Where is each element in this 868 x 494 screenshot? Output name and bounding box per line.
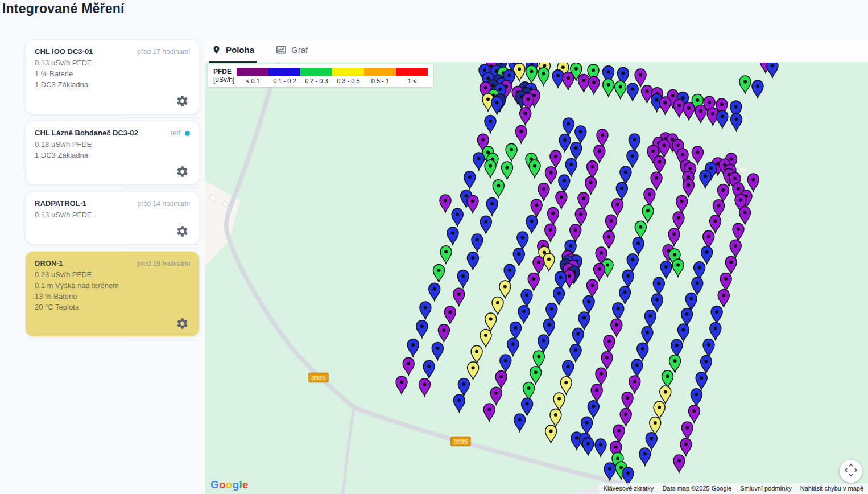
map-pin[interactable] <box>563 118 574 135</box>
map-pin[interactable] <box>752 80 763 98</box>
settings-button[interactable] <box>35 220 190 239</box>
map-pin[interactable] <box>572 328 584 345</box>
map-pin[interactable] <box>491 97 503 114</box>
map-pin[interactable] <box>701 246 713 264</box>
map-pin[interactable] <box>538 68 549 85</box>
map-pin[interactable] <box>528 273 539 290</box>
map-pin[interactable] <box>603 79 614 96</box>
map-pin[interactable] <box>452 208 463 226</box>
map-pin[interactable] <box>473 153 485 170</box>
map-pin[interactable] <box>499 281 511 298</box>
map-pin[interactable] <box>611 319 622 336</box>
google-logo[interactable]: Google <box>210 479 249 491</box>
map-pin[interactable] <box>622 392 633 410</box>
map-pin[interactable] <box>627 254 638 271</box>
map-pin[interactable] <box>717 184 729 202</box>
map-pin[interactable] <box>594 145 605 163</box>
map-pin[interactable] <box>583 295 594 313</box>
map-pin[interactable] <box>627 150 638 167</box>
map-pin[interactable] <box>692 277 703 295</box>
map-pin[interactable] <box>433 265 445 282</box>
map-pin[interactable] <box>710 323 721 340</box>
map-pin[interactable] <box>545 425 557 443</box>
map-pin[interactable] <box>526 216 538 233</box>
map-pin[interactable] <box>620 408 631 426</box>
settings-button[interactable] <box>35 90 190 109</box>
map-pin[interactable] <box>547 208 559 225</box>
map-pin[interactable] <box>543 319 555 336</box>
map-pin[interactable] <box>538 183 549 200</box>
map-pin[interactable] <box>717 110 728 128</box>
map-pin[interactable] <box>440 246 452 264</box>
map-pin[interactable] <box>695 105 706 122</box>
map-pin[interactable] <box>739 76 751 93</box>
map-pin[interactable] <box>739 207 751 224</box>
map-pin[interactable] <box>700 356 712 373</box>
map-pin[interactable] <box>691 389 702 406</box>
settings-button[interactable] <box>35 160 190 179</box>
map-pin[interactable] <box>483 404 495 421</box>
map-pin[interactable] <box>683 179 695 197</box>
map-pin[interactable] <box>747 174 759 191</box>
map-pin[interactable] <box>673 455 685 472</box>
map-pin[interactable] <box>578 74 589 92</box>
map-pin[interactable] <box>676 195 688 213</box>
map-pin[interactable] <box>485 160 496 178</box>
map-pin[interactable] <box>507 338 519 356</box>
map-pin[interactable] <box>559 134 571 152</box>
map-pin[interactable] <box>403 357 414 375</box>
map-pin[interactable] <box>495 371 507 389</box>
map-pin[interactable] <box>660 97 671 114</box>
map-pin[interactable] <box>480 216 491 233</box>
map-pin[interactable] <box>629 376 640 393</box>
map-pin[interactable] <box>703 230 714 248</box>
map-pin[interactable] <box>514 414 526 431</box>
map-pin[interactable] <box>543 253 555 271</box>
map-pin[interactable] <box>660 261 672 278</box>
map-pin[interactable] <box>733 223 744 241</box>
map-pin[interactable] <box>615 81 626 98</box>
map-pin[interactable] <box>591 384 602 402</box>
map-pin[interactable] <box>502 162 513 179</box>
map-pin[interactable] <box>700 170 711 188</box>
map-pin[interactable] <box>594 264 605 281</box>
map-pin[interactable] <box>522 398 533 415</box>
map-pin[interactable] <box>510 322 522 340</box>
map-pin[interactable] <box>520 108 531 125</box>
map-pin[interactable] <box>731 113 742 131</box>
map-pin[interactable] <box>673 212 684 229</box>
map-pin[interactable] <box>578 312 590 330</box>
map-pin[interactable] <box>653 277 664 295</box>
map-pin[interactable] <box>696 372 707 390</box>
attribution-item[interactable]: Klávesové zkratky <box>604 485 654 492</box>
map-pin[interactable] <box>419 378 431 396</box>
map-pin[interactable] <box>585 176 597 194</box>
map-pin[interactable] <box>472 234 483 252</box>
tab-poloha[interactable]: Poloha <box>212 37 254 62</box>
map-pin[interactable] <box>531 199 542 217</box>
map-pin[interactable] <box>713 200 725 217</box>
map-pin[interactable] <box>660 386 671 404</box>
map-pin[interactable] <box>533 257 544 274</box>
map-pin[interactable] <box>711 306 722 324</box>
map-pin[interactable] <box>581 417 593 434</box>
map-pin[interactable] <box>644 188 655 206</box>
map-pin[interactable] <box>596 368 607 385</box>
map-pin[interactable] <box>575 126 586 143</box>
map-pin[interactable] <box>545 224 556 241</box>
map-pin[interactable] <box>651 294 663 311</box>
map-pin[interactable] <box>550 150 561 168</box>
map-pin[interactable] <box>529 160 540 178</box>
map-pin[interactable] <box>681 308 693 326</box>
map-pin[interactable] <box>671 339 683 357</box>
pan-control-button[interactable] <box>840 460 862 483</box>
map-pin[interactable] <box>504 264 515 282</box>
map-pin[interactable] <box>685 293 697 310</box>
map-pin[interactable] <box>588 401 599 418</box>
map-pin[interactable] <box>642 205 654 223</box>
map-pin[interactable] <box>530 367 542 384</box>
attribution-item[interactable]: Smluvní podmínky <box>740 485 791 492</box>
map-pin[interactable] <box>613 303 624 320</box>
map-pin[interactable] <box>644 310 656 328</box>
map-pin[interactable] <box>642 327 653 344</box>
